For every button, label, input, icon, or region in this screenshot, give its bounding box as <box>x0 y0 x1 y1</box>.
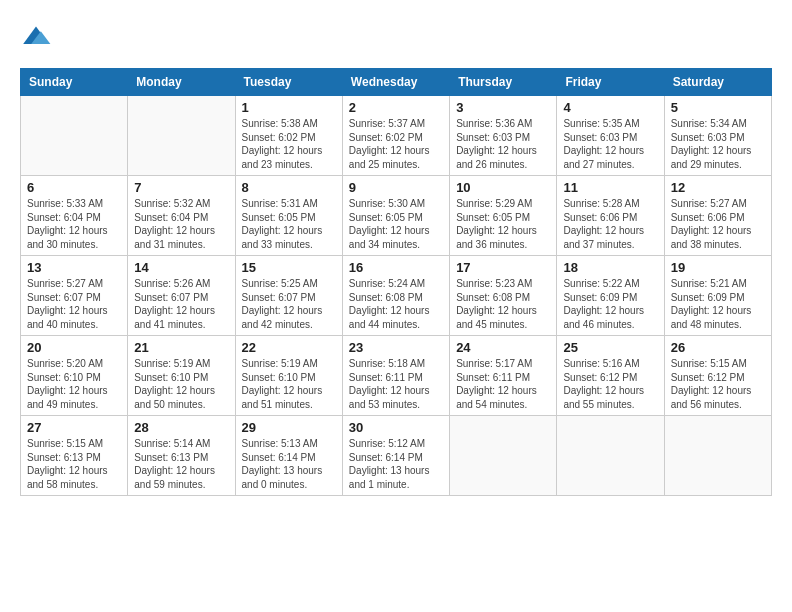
day-number: 4 <box>563 100 657 115</box>
calendar-cell <box>557 416 664 496</box>
calendar-week-row: 20Sunrise: 5:20 AM Sunset: 6:10 PM Dayli… <box>21 336 772 416</box>
day-number: 8 <box>242 180 336 195</box>
day-info: Sunrise: 5:20 AM Sunset: 6:10 PM Dayligh… <box>27 357 121 411</box>
day-number: 18 <box>563 260 657 275</box>
day-number: 23 <box>349 340 443 355</box>
day-info: Sunrise: 5:19 AM Sunset: 6:10 PM Dayligh… <box>242 357 336 411</box>
calendar-cell: 8Sunrise: 5:31 AM Sunset: 6:05 PM Daylig… <box>235 176 342 256</box>
calendar-cell: 4Sunrise: 5:35 AM Sunset: 6:03 PM Daylig… <box>557 96 664 176</box>
calendar-week-row: 1Sunrise: 5:38 AM Sunset: 6:02 PM Daylig… <box>21 96 772 176</box>
day-number: 2 <box>349 100 443 115</box>
calendar-cell: 22Sunrise: 5:19 AM Sunset: 6:10 PM Dayli… <box>235 336 342 416</box>
calendar-cell: 24Sunrise: 5:17 AM Sunset: 6:11 PM Dayli… <box>450 336 557 416</box>
day-info: Sunrise: 5:17 AM Sunset: 6:11 PM Dayligh… <box>456 357 550 411</box>
calendar-cell: 29Sunrise: 5:13 AM Sunset: 6:14 PM Dayli… <box>235 416 342 496</box>
calendar-week-row: 27Sunrise: 5:15 AM Sunset: 6:13 PM Dayli… <box>21 416 772 496</box>
calendar-cell: 16Sunrise: 5:24 AM Sunset: 6:08 PM Dayli… <box>342 256 449 336</box>
day-number: 22 <box>242 340 336 355</box>
day-number: 1 <box>242 100 336 115</box>
day-number: 30 <box>349 420 443 435</box>
day-number: 27 <box>27 420 121 435</box>
calendar-week-row: 6Sunrise: 5:33 AM Sunset: 6:04 PM Daylig… <box>21 176 772 256</box>
weekday-header-saturday: Saturday <box>664 69 771 96</box>
day-info: Sunrise: 5:33 AM Sunset: 6:04 PM Dayligh… <box>27 197 121 251</box>
calendar-cell: 11Sunrise: 5:28 AM Sunset: 6:06 PM Dayli… <box>557 176 664 256</box>
calendar-cell: 18Sunrise: 5:22 AM Sunset: 6:09 PM Dayli… <box>557 256 664 336</box>
calendar-table: SundayMondayTuesdayWednesdayThursdayFrid… <box>20 68 772 496</box>
day-info: Sunrise: 5:34 AM Sunset: 6:03 PM Dayligh… <box>671 117 765 171</box>
weekday-header-wednesday: Wednesday <box>342 69 449 96</box>
day-info: Sunrise: 5:36 AM Sunset: 6:03 PM Dayligh… <box>456 117 550 171</box>
day-number: 24 <box>456 340 550 355</box>
calendar-cell: 25Sunrise: 5:16 AM Sunset: 6:12 PM Dayli… <box>557 336 664 416</box>
day-number: 19 <box>671 260 765 275</box>
day-number: 14 <box>134 260 228 275</box>
day-info: Sunrise: 5:38 AM Sunset: 6:02 PM Dayligh… <box>242 117 336 171</box>
calendar-cell: 17Sunrise: 5:23 AM Sunset: 6:08 PM Dayli… <box>450 256 557 336</box>
weekday-header-tuesday: Tuesday <box>235 69 342 96</box>
calendar-header-row: SundayMondayTuesdayWednesdayThursdayFrid… <box>21 69 772 96</box>
day-number: 16 <box>349 260 443 275</box>
calendar-cell: 9Sunrise: 5:30 AM Sunset: 6:05 PM Daylig… <box>342 176 449 256</box>
day-info: Sunrise: 5:13 AM Sunset: 6:14 PM Dayligh… <box>242 437 336 491</box>
calendar-cell: 12Sunrise: 5:27 AM Sunset: 6:06 PM Dayli… <box>664 176 771 256</box>
day-number: 10 <box>456 180 550 195</box>
calendar-cell: 19Sunrise: 5:21 AM Sunset: 6:09 PM Dayli… <box>664 256 771 336</box>
day-info: Sunrise: 5:24 AM Sunset: 6:08 PM Dayligh… <box>349 277 443 331</box>
calendar-cell: 10Sunrise: 5:29 AM Sunset: 6:05 PM Dayli… <box>450 176 557 256</box>
day-info: Sunrise: 5:18 AM Sunset: 6:11 PM Dayligh… <box>349 357 443 411</box>
calendar-cell: 13Sunrise: 5:27 AM Sunset: 6:07 PM Dayli… <box>21 256 128 336</box>
calendar-cell <box>21 96 128 176</box>
day-number: 9 <box>349 180 443 195</box>
calendar-week-row: 13Sunrise: 5:27 AM Sunset: 6:07 PM Dayli… <box>21 256 772 336</box>
day-number: 12 <box>671 180 765 195</box>
day-info: Sunrise: 5:27 AM Sunset: 6:06 PM Dayligh… <box>671 197 765 251</box>
day-info: Sunrise: 5:22 AM Sunset: 6:09 PM Dayligh… <box>563 277 657 331</box>
page-header <box>20 20 772 52</box>
calendar-cell: 14Sunrise: 5:26 AM Sunset: 6:07 PM Dayli… <box>128 256 235 336</box>
day-info: Sunrise: 5:12 AM Sunset: 6:14 PM Dayligh… <box>349 437 443 491</box>
day-number: 20 <box>27 340 121 355</box>
day-info: Sunrise: 5:32 AM Sunset: 6:04 PM Dayligh… <box>134 197 228 251</box>
calendar-cell: 21Sunrise: 5:19 AM Sunset: 6:10 PM Dayli… <box>128 336 235 416</box>
day-info: Sunrise: 5:30 AM Sunset: 6:05 PM Dayligh… <box>349 197 443 251</box>
calendar-cell <box>128 96 235 176</box>
logo-icon <box>20 20 52 52</box>
day-info: Sunrise: 5:26 AM Sunset: 6:07 PM Dayligh… <box>134 277 228 331</box>
calendar-cell <box>664 416 771 496</box>
day-info: Sunrise: 5:14 AM Sunset: 6:13 PM Dayligh… <box>134 437 228 491</box>
calendar-cell: 23Sunrise: 5:18 AM Sunset: 6:11 PM Dayli… <box>342 336 449 416</box>
calendar-cell: 6Sunrise: 5:33 AM Sunset: 6:04 PM Daylig… <box>21 176 128 256</box>
day-info: Sunrise: 5:35 AM Sunset: 6:03 PM Dayligh… <box>563 117 657 171</box>
weekday-header-friday: Friday <box>557 69 664 96</box>
calendar-cell: 1Sunrise: 5:38 AM Sunset: 6:02 PM Daylig… <box>235 96 342 176</box>
day-number: 29 <box>242 420 336 435</box>
day-info: Sunrise: 5:28 AM Sunset: 6:06 PM Dayligh… <box>563 197 657 251</box>
day-info: Sunrise: 5:21 AM Sunset: 6:09 PM Dayligh… <box>671 277 765 331</box>
day-number: 5 <box>671 100 765 115</box>
day-info: Sunrise: 5:29 AM Sunset: 6:05 PM Dayligh… <box>456 197 550 251</box>
day-number: 21 <box>134 340 228 355</box>
weekday-header-thursday: Thursday <box>450 69 557 96</box>
day-info: Sunrise: 5:16 AM Sunset: 6:12 PM Dayligh… <box>563 357 657 411</box>
weekday-header-monday: Monday <box>128 69 235 96</box>
calendar-cell: 28Sunrise: 5:14 AM Sunset: 6:13 PM Dayli… <box>128 416 235 496</box>
logo <box>20 20 58 52</box>
calendar-cell: 30Sunrise: 5:12 AM Sunset: 6:14 PM Dayli… <box>342 416 449 496</box>
day-number: 26 <box>671 340 765 355</box>
day-info: Sunrise: 5:15 AM Sunset: 6:12 PM Dayligh… <box>671 357 765 411</box>
day-number: 15 <box>242 260 336 275</box>
day-number: 3 <box>456 100 550 115</box>
day-number: 17 <box>456 260 550 275</box>
day-number: 6 <box>27 180 121 195</box>
day-number: 11 <box>563 180 657 195</box>
day-number: 13 <box>27 260 121 275</box>
calendar-cell: 2Sunrise: 5:37 AM Sunset: 6:02 PM Daylig… <box>342 96 449 176</box>
day-info: Sunrise: 5:23 AM Sunset: 6:08 PM Dayligh… <box>456 277 550 331</box>
day-info: Sunrise: 5:31 AM Sunset: 6:05 PM Dayligh… <box>242 197 336 251</box>
day-info: Sunrise: 5:25 AM Sunset: 6:07 PM Dayligh… <box>242 277 336 331</box>
calendar-cell: 7Sunrise: 5:32 AM Sunset: 6:04 PM Daylig… <box>128 176 235 256</box>
calendar-cell: 3Sunrise: 5:36 AM Sunset: 6:03 PM Daylig… <box>450 96 557 176</box>
day-number: 25 <box>563 340 657 355</box>
calendar-cell: 5Sunrise: 5:34 AM Sunset: 6:03 PM Daylig… <box>664 96 771 176</box>
